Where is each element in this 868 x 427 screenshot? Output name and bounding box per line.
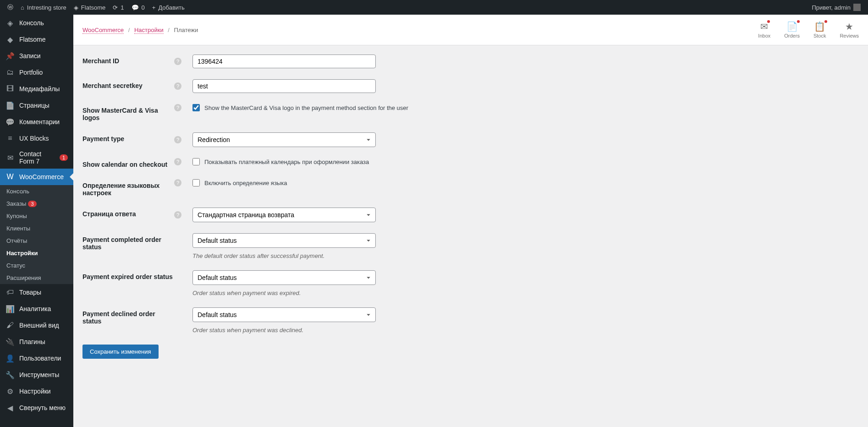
sidebar-item-flatsome[interactable]: ◆Flatsome	[0, 31, 73, 48]
sidebar-item-товары[interactable]: 🏷Товары	[0, 284, 73, 301]
products-icon: 🏷	[5, 288, 15, 297]
sidebar-item-аналитика[interactable]: 📊Аналитика	[0, 301, 73, 317]
submenu-item-статус[interactable]: Статус	[0, 259, 73, 272]
help-icon[interactable]: ?	[174, 179, 181, 186]
portfolio-icon: 🗂	[5, 68, 15, 77]
settings-icon: ⚙	[5, 387, 15, 396]
response-page-select[interactable]: Стандартная страница возврата	[192, 208, 376, 222]
breadcrumb-wc[interactable]: WooCommerce	[82, 27, 124, 34]
notification-dot	[824, 20, 827, 23]
updates-link[interactable]: ⟳1	[109, 0, 127, 15]
submenu-item-заказы[interactable]: Заказы3	[0, 197, 73, 210]
add-new-link[interactable]: +Добавить	[148, 0, 188, 15]
menu-label: WooCommerce	[19, 173, 64, 181]
sidebar-item-внешний-вид[interactable]: 🖌Внешний вид	[0, 317, 73, 334]
menu-label: Внешний вид	[19, 322, 59, 329]
submenu-item-отчёты[interactable]: Отчёты	[0, 235, 73, 247]
sidebar-item-страницы[interactable]: 📄Страницы	[0, 97, 73, 114]
sidebar-item-консоль[interactable]: ◈Консоль	[0, 15, 73, 31]
show-calendar-label: Show calendar on checkout	[82, 158, 174, 168]
submenu-label: Расширения	[6, 274, 41, 281]
wordpress-icon: ⓦ	[7, 3, 13, 11]
submenu-item-настройки[interactable]: Настройки	[0, 247, 73, 259]
sidebar-item-contact-form-7[interactable]: ✉Contact Form 71	[0, 147, 73, 169]
payment-type-select[interactable]: Redirection	[192, 132, 376, 147]
orders-icon: 📄	[786, 21, 798, 32]
sidebar-item-записи[interactable]: 📌Записи	[0, 48, 73, 64]
breadcrumb-settings[interactable]: Настройки	[134, 27, 164, 34]
help-icon[interactable]: ?	[174, 211, 181, 219]
submenu: КонсольЗаказы3КупоныКлиентыОтчётыНастрой…	[0, 185, 73, 284]
help-icon[interactable]: ?	[174, 82, 181, 90]
show-logos-text: Show the MasterCard & Visa logo in the p…	[204, 104, 408, 111]
save-button[interactable]: Сохранить изменения	[82, 345, 159, 359]
lang-detect-checkbox[interactable]	[192, 179, 200, 186]
header-icons: ✉ Inbox 📄 Orders 📋 Stock ★ Reviews	[758, 21, 859, 38]
help-icon[interactable]: ?	[174, 158, 181, 165]
menu-label: Страницы	[19, 102, 49, 109]
badge: 1	[60, 154, 68, 161]
pin-icon: 📌	[5, 51, 15, 60]
orders-button[interactable]: 📄 Orders	[784, 21, 800, 38]
submenu-item-купоны[interactable]: Купоны	[0, 210, 73, 222]
submenu-item-консоль[interactable]: Консоль	[0, 185, 73, 197]
submenu-item-расширения[interactable]: Расширения	[0, 272, 73, 284]
submenu-label: Отчёты	[6, 237, 27, 244]
woo-icon: W	[5, 172, 15, 181]
field-expired-status: Payment expired order status Default sta…	[82, 270, 859, 296]
site-link[interactable]: ⌂Intresting store	[17, 0, 70, 15]
reviews-button[interactable]: ★ Reviews	[840, 21, 859, 38]
home-icon: ⌂	[21, 4, 24, 11]
admin-bar-left: ⓦ ⌂Intresting store ◈Flatsome ⟳1 💬0 +Доб…	[4, 0, 188, 15]
help-icon[interactable]: ?	[174, 58, 181, 65]
inbox-label: Inbox	[758, 33, 770, 38]
comments-link[interactable]: 💬0	[128, 0, 148, 15]
completed-status-select[interactable]: Default status	[192, 233, 376, 248]
add-new-label: Добавить	[158, 4, 184, 11]
sidebar-item-portfolio[interactable]: 🗂Portfolio	[0, 64, 73, 81]
user-menu[interactable]: Привет, admin	[808, 0, 864, 15]
stock-icon: 📋	[814, 21, 825, 32]
admin-bar-right: Привет, admin	[808, 0, 864, 15]
sidebar-item-настройки[interactable]: ⚙Настройки	[0, 383, 73, 400]
inbox-button[interactable]: ✉ Inbox	[758, 21, 770, 38]
completed-status-label: Payment completed order status	[82, 233, 174, 251]
stock-button[interactable]: 📋 Stock	[813, 21, 826, 38]
sidebar-item-плагины[interactable]: 🔌Плагины	[0, 334, 73, 350]
badge: 3	[28, 201, 36, 207]
sidebar-item-медиафайлы[interactable]: 🎞Медиафайлы	[0, 81, 73, 97]
help-icon[interactable]: ?	[174, 104, 181, 111]
completed-status-desc: The default order status after successfu…	[192, 252, 324, 259]
expired-status-select[interactable]: Default status	[192, 270, 376, 285]
menu-label: Свернуть меню	[19, 404, 66, 411]
theme-link[interactable]: ◈Flatsome	[70, 0, 109, 15]
menu-label: Комментарии	[19, 118, 60, 126]
stock-label: Stock	[813, 33, 826, 38]
sidebar-item-woocommerce[interactable]: WWooCommerce	[0, 169, 73, 185]
greeting-text: Привет, admin	[812, 4, 851, 11]
wp-logo[interactable]: ⓦ	[4, 0, 17, 15]
appearance-icon: 🖌	[5, 321, 15, 330]
field-show-logos: Show MasterCard & Visa logos ? Show the …	[82, 104, 859, 121]
sidebar-item-комментарии[interactable]: 💬Комментарии	[0, 114, 73, 130]
avatar	[853, 4, 861, 11]
merchant-secret-input[interactable]	[192, 79, 376, 93]
show-logos-checkbox[interactable]	[192, 104, 200, 111]
sidebar-item-свернуть-меню[interactable]: ◀Свернуть меню	[0, 400, 73, 416]
help-icon[interactable]: ?	[174, 136, 181, 143]
menu-label: Portfolio	[19, 69, 43, 76]
sidebar-item-пользователи[interactable]: 👤Пользователи	[0, 350, 73, 367]
form-area: Merchant ID ? Merchant secretkey ?	[73, 45, 868, 368]
plus-icon: +	[152, 4, 156, 11]
show-calendar-checkbox[interactable]	[192, 158, 200, 165]
sidebar-item-инструменты[interactable]: 🔧Инструменты	[0, 367, 73, 383]
comments-count: 0	[142, 4, 145, 11]
pages-icon: 📄	[5, 101, 15, 110]
declined-status-select[interactable]: Default status	[192, 307, 376, 322]
main-content: WooCommerce / Настройки / Платежи ✉ Inbo…	[73, 15, 868, 427]
sidebar-item-ux-blocks[interactable]: ≡UX Blocks	[0, 130, 73, 147]
refresh-icon: ⟳	[113, 4, 118, 11]
submenu-label: Купоны	[6, 213, 27, 219]
merchant-id-input[interactable]	[192, 55, 376, 68]
submenu-item-клиенты[interactable]: Клиенты	[0, 222, 73, 235]
